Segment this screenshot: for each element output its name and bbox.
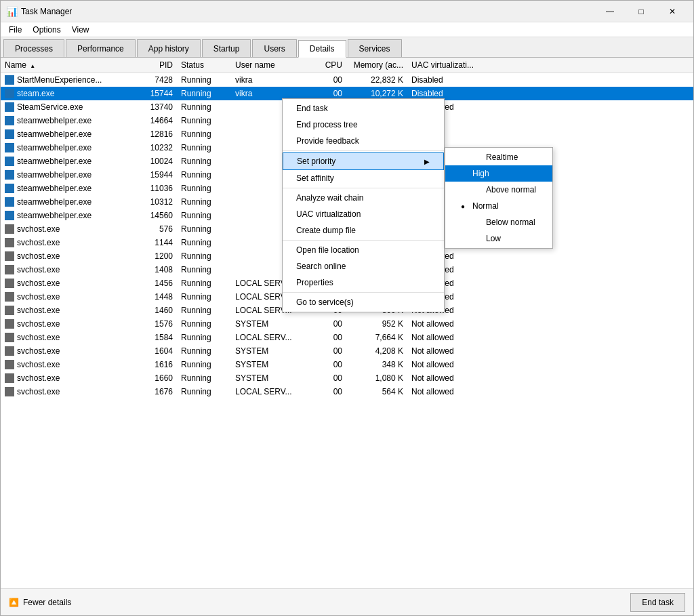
process-icon [5, 157, 14, 166]
priority-normal[interactable]: ●Normal [445, 198, 552, 214]
cell-status: Running [177, 265, 231, 274]
col-header-uac[interactable]: UAC virtualizati... [407, 59, 489, 71]
cell-name: SteamService.exe [1, 102, 136, 112]
process-icon [5, 75, 14, 85]
cell-status: Running [177, 143, 231, 152]
process-icon [5, 129, 14, 139]
task-manager-window: 📊 Task Manager — □ ✕ File Options View P… [0, 0, 694, 616]
table-row[interactable]: svchost.exe 1676 Running LOCAL SERV... 0… [1, 385, 693, 398]
cell-cpu: 00 [319, 360, 346, 369]
priority-submenu: Realtime High Above normal ●Normal Below… [445, 147, 553, 249]
cell-username: SYSTEM [231, 360, 319, 369]
end-task-button[interactable]: End task [630, 593, 685, 612]
process-icon [5, 184, 14, 193]
ctx-set-priority[interactable]: Set priority ▶ [283, 152, 444, 170]
cell-pid: 15744 [136, 89, 177, 98]
process-icon [5, 265, 14, 274]
normal-bullet: ● [459, 203, 467, 210]
process-icon [5, 387, 14, 396]
cell-status: Running [177, 346, 231, 356]
cell-cpu: 00 [319, 346, 346, 356]
process-icon [5, 373, 14, 383]
ctx-separator-3 [283, 240, 444, 241]
cell-status: Running [177, 279, 231, 288]
cell-cpu: 00 [319, 373, 346, 383]
ctx-uac-virtualization[interactable]: UAC virtualization [283, 206, 444, 222]
cell-name: svchost.exe [1, 279, 136, 288]
ctx-go-to-services[interactable]: Go to service(s) [283, 294, 444, 310]
ctx-end-task[interactable]: End task [283, 100, 444, 117]
col-header-status[interactable]: Status [177, 59, 231, 71]
tab-processes[interactable]: Processes [3, 39, 64, 57]
ctx-analyze-wait-chain[interactable]: Analyze wait chain [283, 190, 444, 206]
process-icon [5, 292, 14, 302]
ctx-set-affinity[interactable]: Set affinity [283, 170, 444, 186]
maximize-button[interactable]: □ [626, 1, 657, 22]
menu-options[interactable]: Options [27, 24, 66, 36]
tab-services[interactable]: Services [348, 39, 402, 57]
ctx-set-priority-arrow: ▶ [424, 158, 430, 165]
cell-uac: Not allowed [407, 319, 489, 329]
cell-name: svchost.exe [1, 387, 136, 396]
tab-startup[interactable]: Startup [202, 39, 251, 57]
col-header-username[interactable]: User name [231, 59, 319, 71]
priority-below-normal[interactable]: Below normal [445, 214, 552, 230]
ctx-provide-feedback[interactable]: Provide feedback [283, 133, 444, 149]
ctx-search-online[interactable]: Search online [283, 258, 444, 274]
cell-cpu: 00 [319, 89, 346, 98]
cell-status: Running [177, 373, 231, 383]
process-icon [5, 251, 14, 261]
cell-cpu: 00 [319, 333, 346, 342]
cell-pid: 1200 [136, 251, 177, 261]
col-header-cpu[interactable]: CPU [319, 59, 346, 71]
cell-status: Running [177, 75, 231, 85]
table-row[interactable]: svchost.exe 1616 Running SYSTEM 00 348 K… [1, 358, 693, 371]
tab-performance[interactable]: Performance [66, 39, 136, 57]
priority-above-normal[interactable]: Above normal [445, 182, 552, 198]
minimize-button[interactable]: — [594, 1, 626, 22]
tab-users[interactable]: Users [252, 39, 296, 57]
cell-name: svchost.exe [1, 224, 136, 234]
cell-username: SYSTEM [231, 346, 319, 356]
cell-memory: 564 K [346, 387, 407, 396]
cell-status: Running [177, 89, 231, 98]
table-row[interactable]: svchost.exe 1576 Running SYSTEM 00 952 K… [1, 317, 693, 331]
process-icon [5, 143, 14, 152]
cell-status: Running [177, 129, 231, 139]
cell-pid: 1408 [136, 265, 177, 274]
priority-high[interactable]: High [445, 165, 552, 182]
ctx-end-process-tree[interactable]: End process tree [283, 117, 444, 133]
cell-username: vikra [231, 75, 319, 85]
menu-view[interactable]: View [66, 24, 95, 36]
menu-file[interactable]: File [3, 24, 27, 36]
tab-details[interactable]: Details [298, 40, 346, 58]
cell-pid: 10024 [136, 157, 177, 166]
ctx-properties[interactable]: Properties [283, 274, 444, 291]
table-row[interactable]: StartMenuExperience... 7428 Running vikr… [1, 73, 693, 87]
cell-username: SYSTEM [231, 373, 319, 383]
fewer-details-button[interactable]: 🔼 Fewer details [9, 598, 71, 607]
cell-pid: 10312 [136, 197, 177, 207]
table-row[interactable]: svchost.exe 1584 Running LOCAL SERV... 0… [1, 331, 693, 344]
priority-realtime[interactable]: Realtime [445, 149, 552, 165]
cell-pid: 1660 [136, 373, 177, 383]
process-icon [5, 197, 14, 207]
process-icon [5, 211, 14, 220]
cell-username: vikra [231, 89, 319, 98]
cell-memory: 4,208 K [346, 346, 407, 356]
table-row[interactable]: svchost.exe 1604 Running SYSTEM 00 4,208… [1, 344, 693, 358]
table-row[interactable]: svchost.exe 1660 Running SYSTEM 00 1,080… [1, 371, 693, 385]
process-icon [5, 116, 14, 125]
ctx-open-file-location[interactable]: Open file location [283, 242, 444, 258]
process-icon [5, 224, 14, 234]
tab-app-history[interactable]: App history [137, 39, 201, 57]
ctx-create-dump-file[interactable]: Create dump file [283, 222, 444, 239]
col-header-name[interactable]: Name ▲ [1, 59, 136, 71]
cell-name: steam.exe [1, 89, 136, 98]
cell-uac: Not allowed [407, 360, 489, 369]
col-header-pid[interactable]: PID [136, 59, 177, 71]
col-header-memory[interactable]: Memory (ac... [346, 59, 407, 71]
close-button[interactable]: ✕ [657, 1, 688, 22]
priority-low[interactable]: Low [445, 230, 552, 247]
cell-status: Running [177, 224, 231, 234]
